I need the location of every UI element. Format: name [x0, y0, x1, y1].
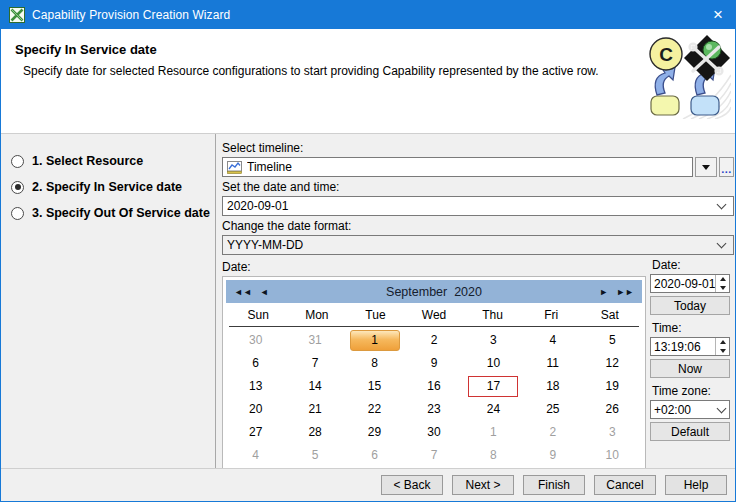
calendar-day-cell[interactable]: 3 — [464, 329, 523, 352]
calendar-day-cell[interactable]: 18 — [523, 375, 582, 398]
prev-year-button[interactable]: ◄◄ — [226, 287, 256, 297]
radio-button-icon[interactable] — [11, 207, 24, 220]
timeline-combobox[interactable]: Timeline — [222, 157, 693, 177]
back-button[interactable]: < Back — [381, 475, 443, 495]
arrow-up-icon — [720, 277, 726, 281]
calendar-day-cell[interactable]: 10 — [583, 444, 642, 467]
calendar-week-row: 303112345 — [226, 329, 642, 352]
calendar-day-cell[interactable]: 5 — [583, 329, 642, 352]
calendar-day-cell[interactable]: 4 — [523, 329, 582, 352]
calendar-day-cell[interactable]: 21 — [285, 398, 344, 421]
next-button[interactable]: Next > — [452, 475, 514, 495]
calendar-day-cell[interactable]: 31 — [285, 329, 344, 352]
timezone-label: Time zone: — [652, 384, 730, 398]
spin-up-button[interactable] — [716, 338, 729, 347]
calendar-week-row: 6789101112 — [226, 352, 642, 375]
spin-down-button[interactable] — [716, 284, 729, 293]
today-button[interactable]: Today — [650, 296, 730, 315]
timeline-dropdown-button[interactable] — [695, 157, 717, 177]
dropdown-arrow-icon — [702, 165, 710, 170]
wizard-step[interactable]: 3. Specify Out Of Service date — [11, 206, 215, 220]
calendar-day-cell[interactable]: 27 — [226, 421, 285, 444]
format-combobox[interactable]: YYYY-MM-DD — [222, 235, 734, 255]
calendar-day-cell[interactable]: 4 — [226, 444, 285, 467]
calendar-day-cell[interactable]: 9 — [404, 352, 463, 375]
calendar-day-cell[interactable]: 2 — [404, 329, 463, 352]
calendar-day-cell[interactable]: 7 — [285, 352, 344, 375]
calendar-day-cell[interactable]: 28 — [285, 421, 344, 444]
calendar-day-cell[interactable]: 22 — [345, 398, 404, 421]
calendar-day: 9 — [409, 353, 459, 374]
calendar-day-cell[interactable]: 15 — [345, 375, 404, 398]
calendar-day-cell[interactable]: 8 — [464, 444, 523, 467]
calendar-day-cell[interactable]: 6 — [226, 352, 285, 375]
calendar-day-cell[interactable]: 20 — [226, 398, 285, 421]
close-icon: × — [713, 5, 723, 25]
calendar-day: 9 — [528, 445, 578, 466]
calendar-day-cell[interactable]: 12 — [583, 352, 642, 375]
prev-month-button[interactable]: ◄ — [256, 287, 273, 297]
calendar-day-cell[interactable]: 6 — [345, 444, 404, 467]
calendar-day-cell[interactable]: 30 — [404, 421, 463, 444]
calendar-dayname: Sun — [229, 308, 288, 322]
datetime-combobox[interactable]: 2020-09-01 — [222, 196, 734, 216]
wizard-step[interactable]: 2. Specify In Service date — [11, 180, 215, 194]
calendar-day: 28 — [290, 422, 340, 443]
close-button[interactable]: × — [701, 1, 735, 29]
calendar-day: 3 — [587, 422, 637, 443]
calendar-day-cell[interactable]: 10 — [464, 352, 523, 375]
radio-button-icon[interactable] — [11, 181, 24, 194]
calendar-day-cell[interactable]: 13 — [226, 375, 285, 398]
calendar-day-cell[interactable]: 7 — [404, 444, 463, 467]
calendar-day-cell[interactable]: 24 — [464, 398, 523, 421]
wizard-header: Specify In Service date Specify date for… — [1, 29, 735, 134]
next-month-button[interactable]: ► — [595, 287, 612, 297]
calendar-day-cell[interactable]: 29 — [345, 421, 404, 444]
calendar-dayname: Tue — [346, 308, 405, 322]
arrow-down-icon — [720, 349, 726, 353]
calendar-day-cell[interactable]: 25 — [523, 398, 582, 421]
time-spinner[interactable]: 13:19:06 — [650, 337, 730, 356]
date-spinner[interactable]: 2020-09-01 — [650, 274, 730, 293]
calendar-day: 19 — [587, 376, 637, 397]
calendar-day: 17 — [468, 376, 518, 397]
calendar-day-cell[interactable]: 19 — [583, 375, 642, 398]
timeline-browse-button[interactable]: ... — [719, 157, 734, 177]
calendar-day: 6 — [350, 445, 400, 466]
radio-button-icon[interactable] — [11, 155, 24, 168]
time-spinner-value: 13:19:06 — [651, 338, 715, 355]
calendar-day: 20 — [231, 399, 281, 420]
next-year-button[interactable]: ►► — [612, 287, 642, 297]
now-button[interactable]: Now — [650, 359, 730, 378]
calendar-day-cell[interactable]: 1 — [464, 421, 523, 444]
calendar-day-cell[interactable]: 30 — [226, 329, 285, 352]
calendar-day-cell[interactable]: 5 — [285, 444, 344, 467]
spin-up-button[interactable] — [716, 275, 729, 284]
calendar-week-row: 27282930123 — [226, 421, 642, 444]
timeline-icon — [227, 161, 242, 174]
finish-button[interactable]: Finish — [523, 475, 585, 495]
calendar-week-row: 13141516171819 — [226, 375, 642, 398]
calendar-day: 18 — [528, 376, 578, 397]
calendar-day-cell[interactable]: 16 — [404, 375, 463, 398]
calendar-day-cell[interactable]: 17 — [464, 375, 523, 398]
default-button[interactable]: Default — [650, 422, 730, 441]
calendar-day-cell[interactable]: 11 — [523, 352, 582, 375]
wizard-step[interactable]: 1. Select Resource — [11, 154, 215, 168]
calendar-dayname: Mon — [288, 308, 347, 322]
calendar-day: 1 — [468, 422, 518, 443]
calendar-day: 4 — [528, 330, 578, 351]
cancel-button[interactable]: Cancel — [594, 475, 656, 495]
timezone-combobox[interactable]: +02:00 — [650, 400, 730, 419]
calendar-day-cell[interactable]: 1 — [345, 329, 404, 352]
calendar-day-cell[interactable]: 3 — [583, 421, 642, 444]
calendar-day-cell[interactable]: 14 — [285, 375, 344, 398]
calendar-day-cell[interactable]: 8 — [345, 352, 404, 375]
help-button[interactable]: Help — [665, 475, 727, 495]
calendar-day-cell[interactable]: 9 — [523, 444, 582, 467]
calendar-day-cell[interactable]: 26 — [583, 398, 642, 421]
calendar-day-cell[interactable]: 23 — [404, 398, 463, 421]
calendar-day: 26 — [587, 399, 637, 420]
calendar-day-cell[interactable]: 2 — [523, 421, 582, 444]
spin-down-button[interactable] — [716, 347, 729, 356]
